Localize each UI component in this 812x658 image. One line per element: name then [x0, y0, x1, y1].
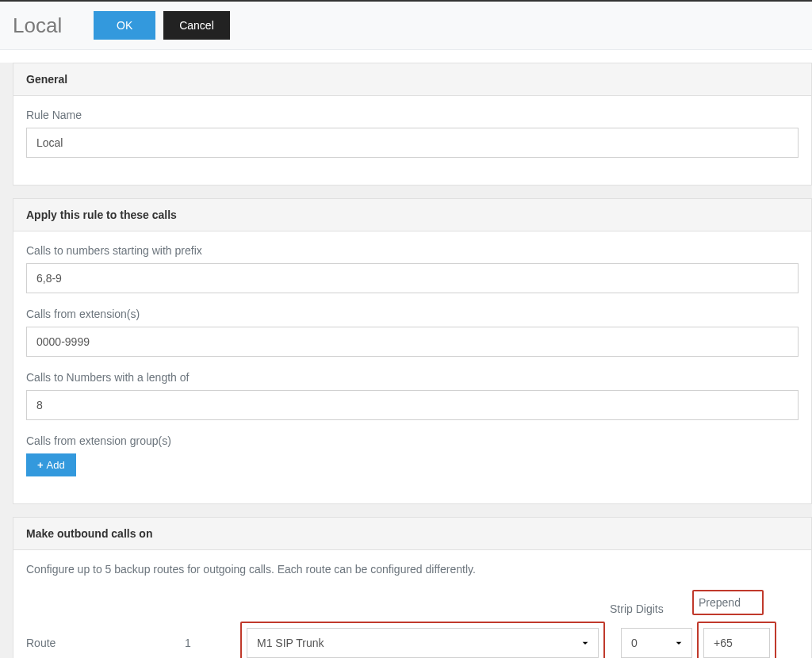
route-strip-select-1[interactable]: 0 — [621, 628, 692, 658]
rule-name-input[interactable] — [26, 128, 799, 158]
cancel-button[interactable]: Cancel — [163, 11, 230, 40]
strip-digits-label: Strip Digits — [605, 603, 684, 615]
route-num-1: 1 — [185, 637, 240, 649]
form-group-prefix: Calls to numbers starting with prefix — [26, 244, 799, 293]
panel-apply-heading: Apply this rule to these calls — [13, 199, 811, 231]
outbound-description: Configure up to 5 backup routes for outg… — [26, 563, 799, 576]
panel-outbound-body: Configure up to 5 backup routes for outg… — [13, 550, 811, 658]
header-bar: Local OK Cancel — [0, 2, 812, 50]
page-title: Local — [13, 13, 62, 38]
route-trunk-select-1[interactable]: M1 SIP Trunk — [247, 628, 599, 658]
route-trunk-highlight-1: M1 SIP Trunk — [240, 622, 605, 658]
prefix-input[interactable] — [26, 263, 799, 293]
form-group-ext-group: Calls from extension group(s) +Add — [26, 434, 799, 476]
add-extension-group-button[interactable]: +Add — [26, 453, 76, 476]
route-label-1: Route — [26, 637, 185, 649]
panel-outbound-heading: Make outbound calls on — [13, 518, 811, 550]
form-group-length: Calls to Numbers with a length of — [26, 371, 799, 420]
ok-button[interactable]: OK — [94, 11, 155, 40]
prefix-label: Calls to numbers starting with prefix — [26, 244, 799, 257]
panel-apply-rule: Apply this rule to these calls Calls to … — [13, 198, 812, 504]
panel-outbound: Make outbound calls on Configure up to 5… — [13, 517, 812, 658]
route-prepend-highlight-1 — [697, 622, 776, 658]
form-group-rule-name: Rule Name — [26, 109, 799, 158]
route-header-row: Strip Digits Prepend — [26, 590, 799, 615]
panel-apply-body: Calls to numbers starting with prefix Ca… — [13, 231, 811, 503]
from-ext-input[interactable] — [26, 327, 799, 357]
panel-general: General Rule Name — [13, 63, 812, 186]
content-wrapper: General Rule Name Apply this rule to the… — [0, 63, 812, 658]
panel-general-heading: General — [13, 63, 811, 96]
length-input[interactable] — [26, 390, 799, 420]
plus-icon: + — [37, 459, 44, 471]
length-label: Calls to Numbers with a length of — [26, 371, 799, 384]
route-table: Strip Digits Prepend Route 1 M1 SIP Trun… — [26, 590, 799, 658]
from-ext-label: Calls from extension(s) — [26, 308, 799, 320]
rule-name-label: Rule Name — [26, 109, 799, 121]
route-strip-wrap-1: 0 — [621, 622, 692, 658]
prepend-label: Prepend — [692, 590, 764, 615]
form-group-from-ext: Calls from extension(s) — [26, 308, 799, 357]
panel-general-body: Rule Name — [13, 96, 811, 185]
from-group-label: Calls from extension group(s) — [26, 434, 799, 447]
route-row-1: Route 1 M1 SIP Trunk 0 — [26, 622, 799, 658]
route-prepend-input-1[interactable] — [703, 628, 770, 658]
add-label: Add — [47, 459, 65, 471]
